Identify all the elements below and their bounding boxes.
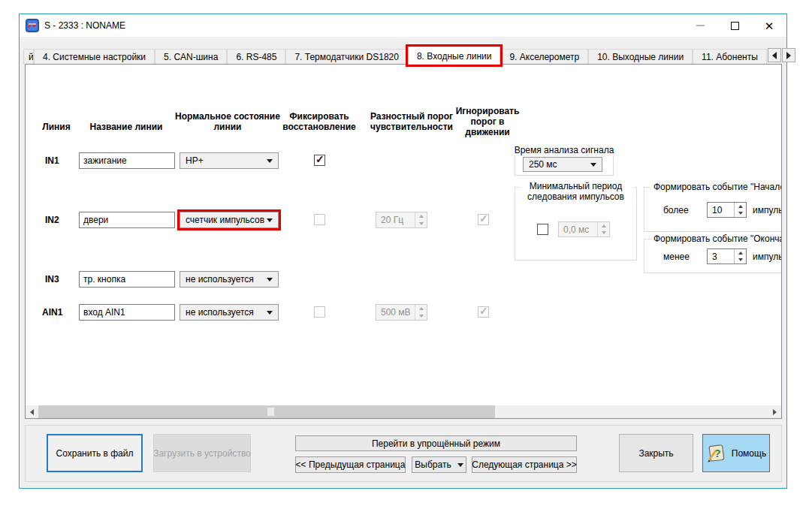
spin-buttons bbox=[415, 212, 427, 227]
fix-restore-checkbox-ain1 bbox=[314, 306, 325, 318]
scroll-right-button[interactable] bbox=[768, 405, 781, 418]
spin-buttons bbox=[415, 305, 427, 320]
tab-scroll-left-button[interactable] bbox=[768, 48, 781, 62]
maximize-button[interactable] bbox=[717, 14, 752, 37]
simple-mode-button[interactable]: Перейти в упрощённый режим bbox=[295, 435, 577, 451]
line-name-input-in2[interactable] bbox=[79, 212, 175, 228]
tab-track-settings[interactable]: йка трека bbox=[23, 49, 34, 65]
line-label-in3: IN3 bbox=[45, 274, 59, 285]
analysis-time-title: Время анализа сигнала bbox=[512, 145, 617, 155]
event-end-prefix: менее bbox=[663, 251, 690, 262]
tab-subscribers[interactable]: 11. Абоненты bbox=[693, 49, 767, 65]
line-state-select-in3[interactable]: не используется bbox=[180, 271, 279, 288]
chevron-down-icon bbox=[457, 463, 463, 467]
footer-panel: Сохранить в файл Загрузить в устройство … bbox=[25, 425, 782, 482]
min-pulse-period-checkbox[interactable] bbox=[537, 224, 548, 235]
line-state-select-in1[interactable]: НР+ bbox=[180, 152, 279, 169]
threshold-spinner-in2: 20 Гц bbox=[376, 212, 427, 228]
line-label-ain1: AIN1 bbox=[42, 307, 62, 318]
chevron-left-icon bbox=[30, 409, 34, 415]
help-button[interactable]: ? Помощь bbox=[702, 434, 770, 472]
input-lines-page: Линия Название линии Нормальное состояни… bbox=[25, 64, 782, 419]
column-header-name: Название линии bbox=[80, 122, 172, 132]
window-title: S - 2333 : NONAME bbox=[44, 20, 125, 31]
spin-down-icon bbox=[415, 220, 427, 227]
line-name-input-in1[interactable] bbox=[79, 152, 175, 169]
event-start-title: Формировать событие "Начало bbox=[651, 182, 782, 192]
chevron-right-icon bbox=[786, 52, 791, 59]
spin-down-icon bbox=[415, 312, 427, 320]
tab-input-lines[interactable]: 8. Входные линии bbox=[408, 47, 501, 65]
chevron-right-icon bbox=[773, 409, 777, 415]
spin-down-icon bbox=[735, 257, 746, 264]
previous-page-button[interactable]: << Предыдущая страница bbox=[295, 456, 406, 473]
spin-buttons bbox=[734, 203, 746, 217]
event-start-spinner[interactable]: 10 bbox=[707, 202, 747, 218]
save-to-file-button[interactable]: Сохранить в файл bbox=[47, 434, 143, 472]
chevron-down-icon bbox=[267, 218, 273, 222]
tab-can-bus[interactable]: 5. CAN-шина bbox=[155, 49, 227, 65]
ignore-threshold-checkbox-in2 bbox=[478, 214, 489, 225]
chevron-left-icon bbox=[772, 52, 777, 59]
event-end-group: Формировать событие "Окончани менее 3 им… bbox=[644, 239, 782, 273]
tab-output-lines[interactable]: 10. Выходные линии bbox=[588, 49, 693, 65]
event-start-prefix: более bbox=[663, 205, 689, 215]
event-end-spinner[interactable]: 3 bbox=[707, 248, 747, 264]
analysis-time-group: Время анализа сигнала 250 мс bbox=[515, 150, 614, 176]
tab-system-settings[interactable]: 4. Системные настройки bbox=[34, 49, 155, 65]
spin-up-icon bbox=[415, 212, 427, 220]
line-label-in1: IN1 bbox=[45, 155, 59, 166]
tab-rs485[interactable]: 6. RS-485 bbox=[227, 49, 285, 65]
line-state-select-ain1[interactable]: не используется bbox=[180, 304, 279, 321]
fix-restore-checkbox-in2 bbox=[314, 214, 325, 225]
title-bar: S - 2333 : NONAME ✕ bbox=[20, 14, 786, 37]
minimize-button[interactable] bbox=[683, 14, 717, 37]
spin-down-icon bbox=[598, 230, 609, 237]
spin-buttons bbox=[734, 249, 746, 264]
tab-bar: йка трека 4. Системные настройки 5. CAN-… bbox=[23, 46, 784, 65]
column-header-fix: Фиксировать восстановление bbox=[275, 111, 364, 132]
close-button[interactable]: ✕ bbox=[752, 14, 786, 37]
chevron-down-icon bbox=[267, 311, 273, 315]
help-icon: ? bbox=[706, 443, 727, 464]
line-name-input-ain1[interactable] bbox=[79, 304, 175, 321]
scrollbar-track[interactable] bbox=[38, 405, 768, 418]
spin-down-icon bbox=[735, 210, 746, 218]
spin-up-icon bbox=[415, 305, 427, 312]
event-end-title: Формировать событие "Окончани bbox=[651, 233, 782, 244]
min-pulse-period-title: Минимальный период следования импульсов bbox=[520, 181, 632, 202]
next-page-button[interactable]: Следующая страница >> bbox=[472, 456, 577, 473]
scroll-left-button[interactable] bbox=[26, 405, 38, 418]
close-icon: ✕ bbox=[765, 20, 774, 32]
app-window: S - 2333 : NONAME ✕ йка трека 4. Системн… bbox=[19, 14, 787, 489]
fix-restore-checkbox-in1[interactable] bbox=[314, 155, 325, 166]
line-name-input-in3[interactable] bbox=[79, 271, 175, 288]
column-header-ignore: Игнорировать порог в движении bbox=[448, 106, 527, 137]
chevron-down-icon bbox=[267, 159, 273, 163]
ignore-threshold-checkbox-ain1 bbox=[478, 306, 489, 318]
select-button[interactable]: Выбрать bbox=[412, 456, 466, 473]
window-controls: ✕ bbox=[683, 14, 786, 37]
scrollbar-notch bbox=[267, 408, 274, 416]
tab-scroll-right-button[interactable] bbox=[782, 48, 795, 62]
column-header-line: Линия bbox=[33, 122, 80, 132]
scrollbar-thumb[interactable] bbox=[38, 405, 495, 418]
analysis-time-select[interactable]: 250 мс bbox=[523, 157, 602, 172]
minimize-icon bbox=[696, 25, 705, 26]
chevron-down-icon bbox=[590, 163, 596, 167]
spin-up-icon bbox=[735, 203, 746, 210]
upload-to-device-button: Загрузить в устройство bbox=[153, 434, 251, 472]
threshold-spinner-ain1: 500 мВ bbox=[376, 304, 427, 321]
app-icon bbox=[26, 19, 39, 32]
line-state-select-in2[interactable]: счетчик импульсов bbox=[180, 212, 279, 228]
spin-buttons bbox=[597, 222, 609, 236]
tab-accelerometer[interactable]: 9. Акселерометр bbox=[500, 49, 588, 65]
chevron-down-icon bbox=[267, 278, 273, 282]
event-start-suffix: импуль bbox=[753, 205, 782, 215]
tab-thermo-ds1820[interactable]: 7. Термодатчики DS1820 bbox=[285, 49, 408, 65]
min-pulse-period-group: Минимальный период следования импульсов … bbox=[515, 187, 637, 261]
horizontal-scrollbar[interactable] bbox=[26, 405, 781, 418]
close-dialog-button[interactable]: Закрыть bbox=[619, 434, 693, 472]
column-header-threshold: Разностный порог чувствительности bbox=[362, 111, 461, 132]
maximize-icon bbox=[731, 22, 739, 30]
